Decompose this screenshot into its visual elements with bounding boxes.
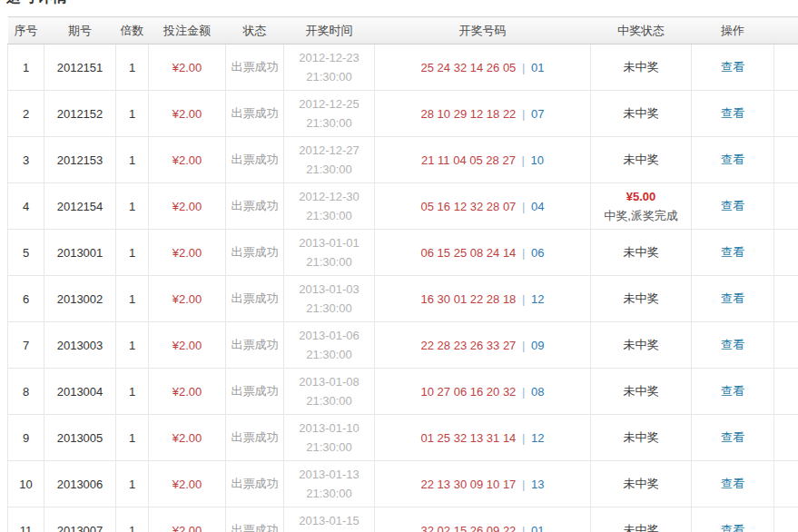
cell-extra [774,369,798,415]
cell-win-status: 未中奖 [591,461,692,507]
cell-multiplier: 1 [116,415,149,461]
cell-multiplier: 1 [116,44,149,91]
cell-bet-amount: ¥2.00 [149,369,226,415]
cell-action: 查看 [692,183,774,230]
cell-draw-numbers: 28 10 29 12 18 22 | 07 [375,91,591,137]
draw-date: 2013-01-03 [286,280,372,299]
cell-bet-amount: ¥2.00 [149,415,226,461]
table-body: 1 2012151 1 ¥2.00 出票成功 2012-12-23 21:30:… [8,44,798,532]
cell-win-status: 未中奖 [591,369,692,415]
cell-draw-time: 2013-01-08 21:30:00 [284,369,375,415]
win-note: 中奖,派奖完成 [593,206,689,225]
ball-separator: | [519,61,527,74]
cell-ticket-status: 出票成功 [226,322,284,369]
view-link[interactable]: 查看 [721,291,744,305]
header-extra: 撤单 [774,17,798,44]
ball-separator: | [519,524,527,532]
cell-multiplier: 1 [116,183,149,230]
cell-draw-time: 2013-01-06 21:30:00 [284,322,375,369]
cell-extra [774,230,798,276]
cell-multiplier: 1 [116,369,149,415]
table-row: 3 2012153 1 ¥2.00 出票成功 2012-12-27 21:30:… [8,137,798,183]
view-link[interactable]: 查看 [721,384,744,398]
table-row: 6 2013002 1 ¥2.00 出票成功 2013-01-03 21:30:… [8,276,798,322]
red-ball-numbers: 10 27 06 16 20 32 [421,385,517,399]
table-row: 9 2013005 1 ¥2.00 出票成功 2013-01-10 21:30:… [8,415,798,461]
table-row: 11 2013007 1 ¥2.00 出票成功 2013-01-15 21:30… [8,507,798,532]
cell-draw-time: 2012-12-30 21:30:00 [284,183,375,230]
cell-extra [774,461,798,507]
ball-separator: | [519,246,527,260]
cell-ticket-status: 出票成功 [226,183,284,230]
win-status-text: 未中奖 [593,429,689,446]
view-link[interactable]: 查看 [721,338,744,351]
cell-draw-numbers: 32 02 15 26 09 22 | 01 [375,507,591,532]
cell-draw-time: 2013-01-15 21:30:00 [284,507,375,532]
cell-issue: 2012151 [44,44,116,91]
cell-multiplier: 1 [116,461,149,507]
view-link[interactable]: 查看 [721,153,744,166]
header-status: 状态 [226,17,284,44]
ball-separator: | [519,292,527,306]
cell-draw-time: 2012-12-23 21:30:00 [284,44,375,91]
cell-extra [774,91,798,137]
win-status-text: 未中奖 [593,59,689,75]
draw-time: 21:30:00 [286,67,372,86]
view-link[interactable]: 查看 [721,106,744,120]
win-status-text: 未中奖 [593,152,689,168]
table-row: 4 2012154 1 ¥2.00 出票成功 2012-12-30 21:30:… [8,183,798,230]
ball-separator: | [519,153,527,167]
view-link[interactable]: 查看 [721,523,744,532]
table-row: 2 2012152 1 ¥2.00 出票成功 2012-12-25 21:30:… [8,91,798,137]
cell-multiplier: 1 [116,322,149,369]
cell-seq: 7 [8,322,44,369]
cell-seq: 2 [8,91,44,137]
cell-seq: 9 [8,415,44,461]
ball-separator: | [519,107,527,121]
draw-time: 21:30:00 [286,484,372,503]
cell-multiplier: 1 [116,507,149,532]
table-row: 8 2013004 1 ¥2.00 出票成功 2013-01-08 21:30:… [8,369,798,415]
cell-action: 查看 [692,415,774,461]
win-status-text: 未中奖 [593,337,689,353]
red-ball-numbers: 05 16 12 32 28 07 [421,200,517,213]
cell-win-status: 未中奖 [591,507,692,532]
draw-time: 21:30:00 [286,345,372,364]
cell-win-status: 未中奖 [591,230,692,276]
header-amount: 投注金额 [149,17,226,44]
cell-draw-numbers: 06 15 25 08 24 14 | 06 [375,230,591,276]
cell-draw-time: 2013-01-01 21:30:00 [284,230,375,276]
ball-separator: | [519,200,527,213]
draw-time: 21:30:00 [286,299,372,318]
cell-seq: 5 [8,230,44,276]
cell-bet-amount: ¥2.00 [149,322,226,369]
cell-ticket-status: 出票成功 [226,507,284,532]
cell-seq: 3 [8,137,44,183]
cell-action: 查看 [692,91,774,137]
view-link[interactable]: 查看 [721,60,744,74]
draw-date: 2013-01-15 [286,511,372,530]
cell-draw-numbers: 16 30 01 22 28 18 | 12 [375,276,591,322]
blue-ball-number: 12 [531,431,544,445]
cell-seq: 1 [8,44,44,91]
header-mult: 倍数 [116,17,149,44]
red-ball-numbers: 01 25 32 13 31 14 [421,431,517,445]
cell-seq: 6 [8,276,44,322]
view-link[interactable]: 查看 [721,245,744,259]
cell-draw-numbers: 01 25 32 13 31 14 | 12 [375,415,591,461]
blue-ball-number: 08 [531,385,544,399]
cell-draw-numbers: 05 16 12 32 28 07 | 04 [375,183,591,230]
ball-separator: | [519,478,527,491]
red-ball-numbers: 28 10 29 12 18 22 [421,107,517,121]
cell-ticket-status: 出票成功 [226,415,284,461]
view-link[interactable]: 查看 [721,430,744,444]
draw-date: 2013-01-06 [286,326,372,345]
red-ball-numbers: 25 24 32 14 26 05 [421,61,517,74]
view-link[interactable]: 查看 [721,477,744,490]
cell-bet-amount: ¥2.00 [149,183,226,230]
cell-action: 查看 [692,44,774,91]
cell-win-status: 未中奖 [591,91,692,137]
view-link[interactable]: 查看 [721,199,744,212]
blue-ball-number: 09 [531,339,544,352]
cell-issue: 2013007 [44,507,116,532]
